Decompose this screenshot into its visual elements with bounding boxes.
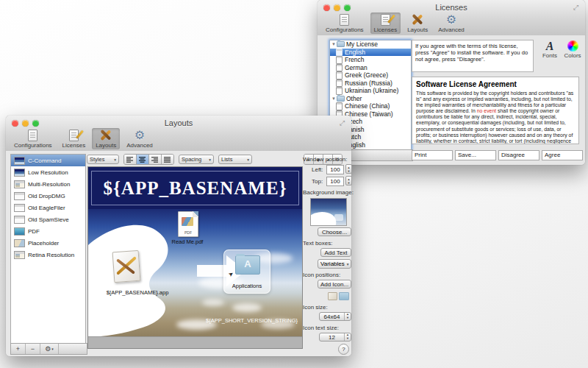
banner-band: ${APP_BASENAME} (88, 167, 302, 209)
readme-label: Read Me.pdf (158, 238, 217, 245)
toolbar-item-licenses[interactable]: Licenses (59, 128, 90, 149)
combo-stepper-icon[interactable]: ▲▼ (344, 313, 351, 319)
left-label: Left: (312, 166, 323, 173)
layout-row[interactable]: PDF (11, 225, 85, 237)
pdf-artwork (182, 217, 193, 226)
align-left-button[interactable] (124, 155, 137, 164)
configurations-icon (337, 13, 353, 26)
remove-layout-button[interactable]: − (26, 344, 40, 354)
styles-popup[interactable]: Styles▾ (87, 155, 119, 164)
applications-dropzone[interactable]: A ➤ Applications (223, 250, 270, 294)
mini-app-icon[interactable] (328, 292, 337, 300)
list-item-row-selected[interactable]: English (330, 49, 411, 57)
disclosure-triangle-icon[interactable]: ▼ (331, 96, 337, 101)
list-item-row[interactable]: Ukrainian (Ukraine) (330, 87, 411, 95)
licenses-window: Licenses ⤢ Configurations Licenses Layou… (318, 0, 585, 165)
toolbar-item-configurations[interactable]: Configurations (322, 13, 368, 34)
colors-button[interactable]: Colors (562, 40, 584, 59)
license-instruction-box[interactable]: If you agree with the terms of this lice… (412, 40, 534, 72)
toolbar-item-layouts[interactable]: Layouts (404, 13, 431, 34)
align-right-button[interactable] (149, 155, 162, 164)
window-title: Licenses (318, 3, 585, 12)
layout-row[interactable]: Old DropDMG (11, 190, 85, 202)
icon-text-size-combo[interactable]: 12▲▼ (319, 333, 351, 342)
variables-popup[interactable]: Variables▾ (318, 259, 351, 269)
choose-button[interactable]: Choose... (318, 227, 351, 236)
thumbnail-photo-icon (14, 239, 25, 247)
align-center-button[interactable] (137, 155, 149, 164)
layouts-window: Layouts ⤢ Configurations Licenses Layout… (6, 116, 351, 356)
license-agreement-text[interactable]: Software License Agreement This software… (412, 77, 579, 144)
disagree-button-field[interactable]: Disagree (498, 150, 539, 160)
list-group-row[interactable]: ▼My License (330, 40, 411, 49)
agreement-highlight: no event (477, 108, 496, 113)
disclosure-triangle-icon[interactable]: ▼ (331, 42, 337, 46)
banner-border-box: ${APP_BASENAME} (91, 171, 299, 205)
app-bundle-label: ${APP_BASENAME}.app (90, 289, 185, 296)
fullscreen-icon[interactable]: ⤢ (338, 119, 346, 127)
list-item-row[interactable]: French (330, 56, 411, 64)
top-position-field[interactable]: 100 (326, 177, 344, 186)
app-bundle-icon[interactable] (110, 250, 143, 283)
desktop: Licenses ⤢ Configurations Licenses Layou… (0, 0, 588, 368)
add-text-button[interactable]: Add Text (320, 248, 351, 257)
toolbar-item-layouts[interactable]: Layouts (92, 128, 120, 149)
list-item-row[interactable]: German (330, 64, 411, 72)
layout-preview-canvas[interactable]: ${APP_BASENAME} ${APP_BASENAME}.app PDF (87, 166, 303, 349)
list-group-row[interactable]: ▼Other (330, 95, 411, 103)
combo-stepper-icon[interactable]: ▲▼ (344, 333, 351, 340)
layout-row[interactable]: Retina Resolution (11, 249, 85, 261)
toolbar-item-advanced[interactable]: ⚙ Advanced (123, 128, 157, 149)
background-image-thumbnail[interactable] (310, 198, 347, 226)
left-position-field[interactable]: 100 (326, 165, 344, 174)
toolbar-item-advanced[interactable]: ⚙ Advanced (434, 13, 468, 34)
toolbar-item-licenses[interactable]: Licenses (370, 13, 401, 34)
top-stepper[interactable]: ▲▼ (345, 176, 352, 185)
thumbnail-blue-icon (14, 157, 25, 165)
layouts-titlebar[interactable]: Layouts ⤢ Configurations Licenses Layout… (6, 116, 351, 152)
pdf-badge: PDF (179, 230, 198, 235)
action-menu-button[interactable]: ⚙▾ (40, 344, 59, 354)
layout-row[interactable]: Multi-Resolution (11, 178, 85, 190)
spacing-popup[interactable]: Spacing▾ (179, 155, 214, 164)
layouts-content: C-Command Low Resolution Multi-Resolutio… (6, 151, 351, 356)
readme-pdf-icon[interactable]: PDF (178, 211, 198, 237)
licenses-titlebar[interactable]: Licenses ⤢ Configurations Licenses Layou… (318, 0, 585, 36)
layouts-toolbar: Configurations Licenses Layouts ⚙ Advanc… (10, 128, 347, 150)
layout-row[interactable]: Old SpamSieve (11, 213, 85, 225)
fonts-icon: A (539, 40, 561, 52)
page-fold (193, 211, 198, 217)
agree-button-field[interactable]: Agree (542, 150, 583, 160)
layout-row[interactable]: Placeholder (11, 237, 85, 249)
fullscreen-icon[interactable]: ⤢ (572, 4, 580, 12)
mini-folder-icon[interactable] (339, 292, 349, 300)
save-button-field[interactable]: Save... (455, 150, 496, 160)
help-button[interactable]: ? (338, 344, 349, 355)
layout-row-selected[interactable]: C-Command (11, 155, 85, 166)
layout-list[interactable]: C-Command Low Resolution Multi-Resolutio… (10, 154, 86, 344)
icon-size-label: Icon size: (303, 304, 328, 311)
chevron-down-icon: ▾ (114, 158, 116, 162)
licenses-icon (65, 129, 82, 141)
thumbnail-window-photo-icon (14, 251, 25, 259)
toolbar-item-configurations[interactable]: Configurations (10, 128, 56, 149)
licenses-content: ▼My License English French German Greek … (318, 35, 585, 165)
fonts-button[interactable]: A Fonts (539, 40, 561, 59)
print-button-field[interactable]: Print (412, 150, 453, 160)
advanced-gear-icon: ⚙ (132, 129, 148, 141)
list-item-row[interactable]: Russian (Russia) (330, 79, 411, 88)
add-icon-button[interactable]: Add Icon... (318, 280, 351, 289)
agreement-body: This software is provided by the copyrig… (416, 91, 575, 144)
align-justify-button[interactable] (162, 155, 173, 164)
thumbnail-swoosh (310, 210, 337, 226)
icon-size-combo[interactable]: 64x64▲▼ (319, 312, 351, 321)
advanced-gear-icon: ⚙ (443, 13, 459, 26)
add-layout-button[interactable]: + (11, 344, 26, 354)
lists-popup[interactable]: Lists▾ (218, 155, 252, 164)
layout-row[interactable]: Old EagleFiler (11, 202, 85, 213)
left-stepper[interactable]: ▲▼ (345, 164, 352, 174)
list-item-row[interactable]: Chinese (China) (330, 102, 411, 110)
layout-row[interactable]: Low Resolution (11, 166, 85, 178)
list-item-row[interactable]: Greek (Greece) (330, 71, 411, 79)
icon-positions-label: Icon positions: (303, 272, 340, 278)
